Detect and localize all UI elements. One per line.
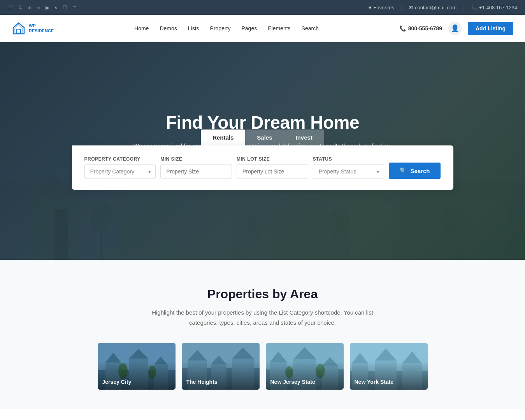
section-subtitle: Highlight the best of your properties by… <box>146 308 379 327</box>
top-bar-right: ♥ Favorites ✉ contact@mail.com 📞 +1 408 … <box>369 4 517 11</box>
area-name-ny-state: New York State <box>355 379 394 385</box>
user-account-button[interactable]: 👤 <box>448 22 462 35</box>
instagram-icon[interactable]: ☐ <box>63 5 67 10</box>
vimeo-icon[interactable]: v <box>55 5 58 10</box>
status-field: Status Property Status <box>313 156 385 179</box>
user-icon: 👤 <box>451 24 459 33</box>
category-select-wrap: Property Category <box>84 164 156 179</box>
area-card-heights[interactable]: The Heights <box>182 343 260 390</box>
area-card-jersey-city[interactable]: Jersey City <box>98 343 176 390</box>
nav-elements[interactable]: Elements <box>268 25 290 32</box>
area-name-nj-state: New Jersey State <box>270 379 315 385</box>
phone-icon: 📞 <box>471 5 477 10</box>
foursquare-icon[interactable]: □ <box>73 5 76 10</box>
phone-text: +1 408 167 1234 <box>479 5 517 10</box>
area-name-heights: The Heights <box>186 379 218 385</box>
lot-label: Min Lot size <box>237 156 308 162</box>
logo-brand: WP <box>29 23 54 28</box>
twitter-icon[interactable]: 𝕏 <box>18 5 22 10</box>
heart-icon: ♥ <box>369 5 372 10</box>
search-icon: 🔍 <box>400 167 407 174</box>
facebook-icon[interactable]:  <box>8 5 13 10</box>
area-card-nj-state[interactable]: New Jersey State <box>266 343 344 390</box>
lot-input[interactable] <box>237 164 308 179</box>
section-title: Properties by Area <box>12 287 513 301</box>
size-field: Min Size <box>160 156 232 179</box>
divider <box>401 4 402 11</box>
logo-text: WP RESIDENCE <box>29 23 54 33</box>
area-card-ny-state[interactable]: New York State <box>350 343 428 390</box>
pinterest-icon[interactable]: ○ <box>37 5 40 10</box>
svg-rect-2 <box>17 29 21 33</box>
category-label: Property Category <box>84 156 156 162</box>
nav-pages[interactable]: Pages <box>242 25 257 32</box>
tab-rentals[interactable]: Rentals <box>201 130 245 145</box>
size-input[interactable] <box>160 164 232 179</box>
email-link[interactable]: ✉ contact@mail.com <box>409 5 457 10</box>
favorites-label: Favorites <box>373 5 394 10</box>
logo-icon <box>12 21 26 35</box>
search-button[interactable]: 🔍 Search <box>389 163 441 179</box>
tab-invest[interactable]: Invest <box>284 130 324 145</box>
email-text: contact@mail.com <box>415 5 457 10</box>
mail-icon: ✉ <box>409 5 413 10</box>
logo-name: RESIDENCE <box>29 28 54 33</box>
nav-home[interactable]: Home <box>134 25 149 32</box>
area-cards: Jersey City The Heights <box>12 343 513 390</box>
nav-phone: 📞 800-555-6789 <box>399 25 442 32</box>
status-label: Status <box>313 156 385 162</box>
nav-links: Home Demos Lists Property Pages Elements… <box>134 25 319 32</box>
hero-section: Find Your Dream Home We are recognized f… <box>0 42 525 260</box>
add-listing-button[interactable]: Add Listing <box>468 22 513 35</box>
tab-sales[interactable]: Sales <box>245 130 284 145</box>
category-select[interactable]: Property Category <box>84 164 156 179</box>
search-section: Rentals Sales Invest Property Category P… <box>72 130 453 190</box>
favorites-link[interactable]: ♥ Favorites <box>369 5 394 10</box>
search-btn-label: Search <box>410 168 430 174</box>
properties-section: Properties by Area Highlight the best of… <box>0 260 525 409</box>
social-links:  𝕏 in ○ ▶ v ☐ □ <box>8 5 76 10</box>
nav-property[interactable]: Property <box>210 25 231 32</box>
status-select-wrap: Property Status <box>313 164 385 179</box>
top-bar:  𝕏 in ○ ▶ v ☐ □ ♥ Favorites ✉ contact@m… <box>0 0 525 15</box>
phone-number: 800-555-6789 <box>408 25 442 32</box>
linkedin-icon[interactable]: in <box>28 5 32 10</box>
lot-field: Min Lot size <box>237 156 308 179</box>
divider2 <box>464 4 464 11</box>
youtube-icon[interactable]: ▶ <box>46 5 49 10</box>
search-tabs: Rentals Sales Invest <box>201 130 324 145</box>
search-box: Property Category Property Category Min … <box>72 145 453 190</box>
area-name-jersey-city: Jersey City <box>102 379 132 385</box>
nav-lists[interactable]: Lists <box>188 25 199 32</box>
main-nav: WP RESIDENCE Home Demos Lists Property P… <box>0 15 525 42</box>
size-label: Min Size <box>160 156 232 162</box>
phone-icon: 📞 <box>399 25 406 32</box>
status-select[interactable]: Property Status <box>313 164 385 179</box>
nav-search[interactable]: Search <box>302 25 319 32</box>
phone-link[interactable]: 📞 +1 408 167 1234 <box>471 5 517 10</box>
nav-demos[interactable]: Demos <box>160 25 177 32</box>
logo[interactable]: WP RESIDENCE <box>12 21 54 35</box>
nav-right: 📞 800-555-6789 👤 Add Listing <box>399 22 513 35</box>
category-field: Property Category Property Category <box>84 156 156 179</box>
